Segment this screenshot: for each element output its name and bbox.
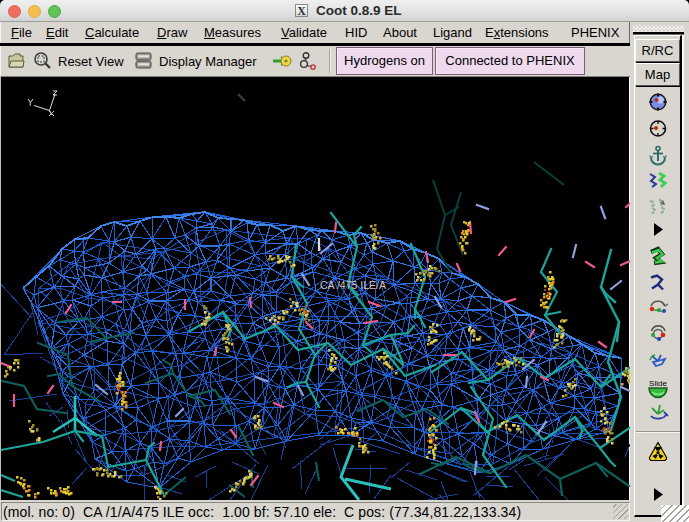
svg-text:Slide: Slide: [649, 379, 667, 388]
svg-text:CA /475 ILE/A: CA /475 ILE/A: [320, 279, 386, 291]
